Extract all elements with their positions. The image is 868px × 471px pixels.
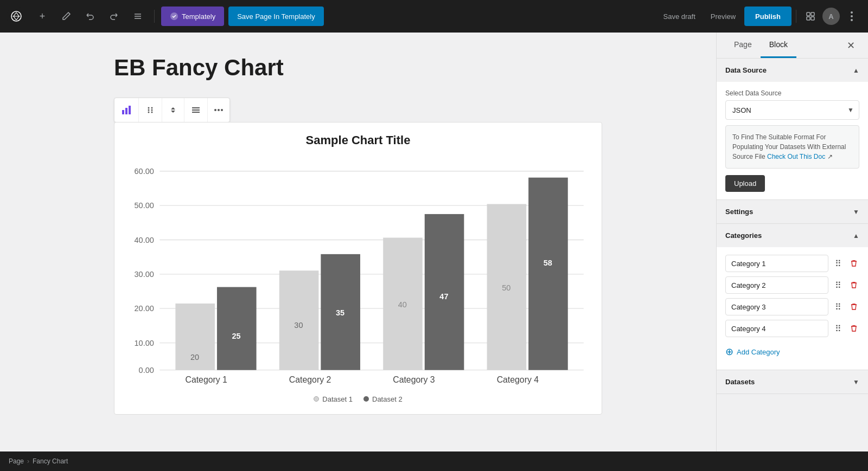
svg-text:50.00: 50.00 <box>135 202 154 210</box>
toolbar-divider-2 <box>796 10 796 23</box>
category-input-2[interactable] <box>725 276 828 294</box>
categories-chevron: ▲ <box>853 232 859 240</box>
page-title-input[interactable] <box>114 54 602 81</box>
edit-button[interactable] <box>56 7 76 26</box>
publish-button[interactable]: Publish <box>744 7 792 26</box>
chart-wrapper: Sample Chart Title 60.00 50.00 40.00 30.… <box>114 122 602 414</box>
data-source-select[interactable]: JSON CSV REST API <box>725 100 859 120</box>
svg-text:Category 2: Category 2 <box>289 376 331 385</box>
doc-link[interactable]: Check Out This Doc <box>767 153 825 160</box>
svg-text:60.00: 60.00 <box>135 167 154 176</box>
main-toolbar: + Templately Save Page In Temp <box>0 0 868 33</box>
category-delete-1[interactable] <box>848 257 860 269</box>
svg-point-17 <box>148 112 150 113</box>
category-move-3[interactable]: ⠿ <box>833 300 844 314</box>
move-updown-button[interactable] <box>162 98 184 122</box>
svg-text:20.00: 20.00 <box>135 305 154 313</box>
drag-handle-button[interactable] <box>139 98 162 122</box>
main-area: Sample Chart Title 60.00 50.00 40.00 30.… <box>0 33 868 471</box>
category-delete-2[interactable] <box>848 279 860 291</box>
category-item-2: ⠿ <box>725 276 859 294</box>
svg-rect-12 <box>122 110 124 114</box>
data-source-chevron: ▲ <box>853 67 859 74</box>
svg-rect-6 <box>811 12 814 16</box>
editor-area: Sample Chart Title 60.00 50.00 40.00 30.… <box>0 33 716 471</box>
settings-section: Settings ▼ <box>717 200 868 224</box>
list-view-button[interactable] <box>128 7 148 26</box>
svg-text:Category 4: Category 4 <box>497 376 539 385</box>
block-toolbar <box>114 98 230 122</box>
svg-text:Category 1: Category 1 <box>185 376 227 385</box>
svg-point-11 <box>851 19 853 21</box>
settings-chevron: ▼ <box>853 208 859 216</box>
tab-page[interactable]: Page <box>725 33 761 58</box>
preview-button[interactable]: Preview <box>704 8 742 25</box>
align-button[interactable] <box>184 98 208 122</box>
svg-rect-43 <box>217 287 257 370</box>
datasets-section: Datasets ▼ <box>717 370 868 394</box>
category-move-2[interactable]: ⠿ <box>833 278 844 293</box>
settings-icon[interactable] <box>801 7 820 26</box>
settings-header[interactable]: Settings ▼ <box>717 200 868 223</box>
category-input-3[interactable] <box>725 298 828 315</box>
svg-text:20: 20 <box>190 353 199 362</box>
svg-rect-7 <box>807 17 810 20</box>
categories-section: Categories ▲ ⠿ ⠿ <box>717 224 868 370</box>
svg-point-10 <box>851 15 853 17</box>
more-block-options[interactable] <box>208 98 229 122</box>
breadcrumb-page-link[interactable]: Page <box>9 457 24 465</box>
data-source-header[interactable]: Data Source ▲ <box>717 59 868 82</box>
category-item-1: ⠿ <box>725 255 859 272</box>
category-delete-4[interactable] <box>848 322 860 334</box>
redo-button[interactable] <box>104 7 124 26</box>
svg-point-20 <box>151 112 153 113</box>
data-source-content: Select Data Source JSON CSV REST API ▼ T… <box>717 82 868 199</box>
svg-rect-14 <box>129 106 131 114</box>
chart-icon-button[interactable] <box>114 98 139 122</box>
svg-text:Category 3: Category 3 <box>393 376 435 385</box>
breadcrumb-separator: › <box>27 457 29 465</box>
category-move-1[interactable]: ⠿ <box>833 256 844 271</box>
svg-rect-13 <box>125 108 127 114</box>
sidebar-tabs: Page Block ✕ <box>717 33 868 59</box>
chart-title: Sample Chart Title <box>125 133 591 147</box>
breadcrumb: Page › Fancy Chart <box>0 451 868 471</box>
block-container: Sample Chart Title 60.00 50.00 40.00 30.… <box>114 54 602 415</box>
category-delete-3[interactable] <box>848 301 860 313</box>
breadcrumb-current: Fancy Chart <box>33 457 68 465</box>
svg-text:30: 30 <box>294 321 303 330</box>
tab-block[interactable]: Block <box>761 33 796 58</box>
svg-point-16 <box>148 109 150 111</box>
categories-content: ⠿ ⠿ <box>717 247 868 370</box>
category-input-1[interactable] <box>725 255 828 272</box>
right-sidebar: Page Block ✕ Data Source ▲ Select Data S… <box>716 33 868 471</box>
svg-text:25: 25 <box>232 332 241 340</box>
more-options-button[interactable] <box>842 7 861 26</box>
user-avatar[interactable]: A <box>822 8 840 25</box>
svg-rect-55 <box>528 178 568 370</box>
save-page-templately-button[interactable]: Save Page In Templately <box>228 7 324 26</box>
add-category-button[interactable]: ⊕ Add Category <box>725 341 780 362</box>
categories-header[interactable]: Categories ▲ <box>717 224 868 247</box>
select-label: Select Data Source JSON CSV REST API ▼ <box>725 89 859 120</box>
svg-text:10.00: 10.00 <box>135 339 154 347</box>
undo-button[interactable] <box>80 7 100 26</box>
templately-button[interactable]: Templately <box>161 7 224 26</box>
svg-point-15 <box>148 107 150 109</box>
svg-text:40.00: 40.00 <box>135 236 154 244</box>
category-item-4: ⠿ <box>725 320 859 337</box>
datasets-header[interactable]: Datasets ▼ <box>717 370 868 393</box>
upload-button[interactable]: Upload <box>725 175 765 192</box>
info-box: To Find The Suitable Format For Populati… <box>725 125 859 169</box>
sidebar-close-button[interactable]: ✕ <box>843 33 859 58</box>
svg-text:58: 58 <box>544 259 552 267</box>
wp-logo-icon[interactable] <box>7 7 26 26</box>
add-block-button[interactable]: + <box>33 7 52 26</box>
category-input-4[interactable] <box>725 320 828 337</box>
category-move-4[interactable]: ⠿ <box>833 321 844 336</box>
save-draft-button[interactable]: Save draft <box>657 8 702 25</box>
toolbar-divider-1 <box>154 10 155 23</box>
chart-legend: Dataset 1 Dataset 2 <box>125 395 591 403</box>
svg-point-19 <box>151 109 153 111</box>
legend-dataset2: Dataset 2 <box>363 395 403 403</box>
